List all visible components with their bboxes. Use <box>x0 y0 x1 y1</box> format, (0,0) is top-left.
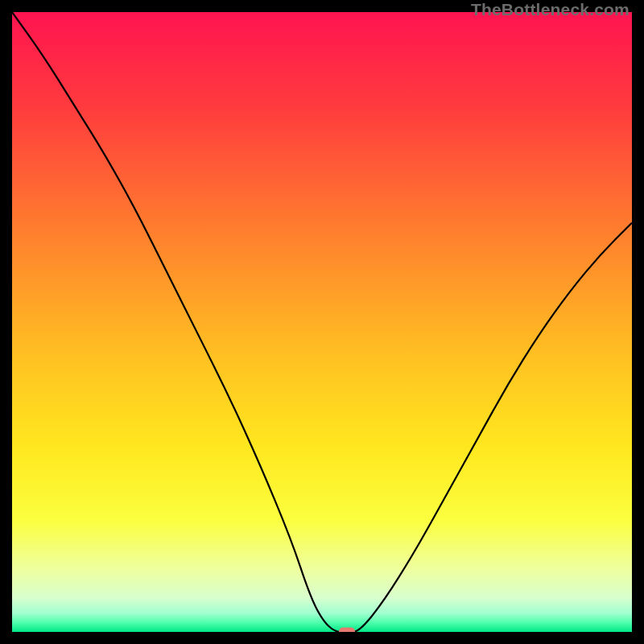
bottleneck-curve <box>12 12 632 632</box>
bottleneck-chart: TheBottleneck.com <box>0 0 644 644</box>
optimal-point-marker <box>339 628 355 633</box>
watermark-text: TheBottleneck.com <box>471 0 630 19</box>
plot-area <box>12 12 632 632</box>
